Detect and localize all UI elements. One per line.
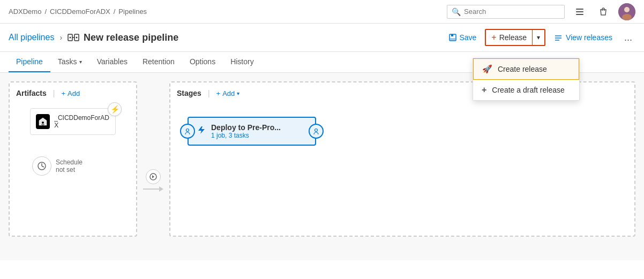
list-icon-btn[interactable] [571,3,588,20]
plus-draft-icon: + [482,85,486,95]
ellipsis-icon: ... [624,32,632,43]
view-releases-label: View releases [566,33,612,42]
schedule-icon[interactable] [32,156,51,176]
create-draft-item[interactable]: + Create a draft release [473,80,579,100]
breadcrumb-sep2: / [114,7,116,16]
stage-post-trigger-button[interactable] [309,124,324,139]
artifacts-add-button[interactable]: + Add [61,89,80,97]
tab-history[interactable]: History [223,52,261,72]
top-bar-right: 🔍 [447,3,635,20]
search-input[interactable] [464,7,560,16]
top-bar: ADXDemo / CICDDemoForADX / Pipelines 🔍 [0,0,644,24]
breadcrumb-project[interactable]: CICDDemoForADX [50,7,110,16]
add-icon: + [61,89,65,97]
tab-pipeline[interactable]: Pipeline [9,52,50,72]
svg-point-22 [186,129,189,132]
tab-variables[interactable]: Variables [89,52,135,72]
release-button-main[interactable]: + Release [486,30,533,45]
svg-point-9 [70,37,71,39]
chevron-right-icon: › [59,33,62,42]
chevron-down-icon: ▾ [537,34,540,41]
artifact-trigger-button[interactable]: ⚡ [108,102,122,116]
svg-point-5 [622,14,632,20]
save-button[interactable]: Save [444,31,481,44]
schedule-area: Schedule not set [16,156,130,176]
release-dropdown-button[interactable]: ▾ [533,31,544,44]
pipeline-canvas: Artifacts | + Add ⚡ [9,81,635,237]
svg-rect-0 [576,9,583,10]
schedule-label: Schedule [56,159,83,166]
connector [137,124,169,237]
shopping-bag-icon-btn[interactable] [595,3,612,20]
stage-card[interactable]: Deploy to Pre-Pro... 1 job, 3 tasks [188,117,316,146]
artifact-name: _CICDDemoForADX [54,114,110,129]
add-stages-icon: + [216,89,221,97]
schedule-text: Schedule not set [56,159,83,174]
search-icon: 🔍 [452,7,461,16]
schedule-value: not set [56,166,83,174]
lightning-icon: ⚡ [110,105,119,114]
view-releases-button[interactable]: View releases [550,31,617,44]
release-button-wrapper[interactable]: + Release ▾ [485,29,545,46]
tab-options[interactable]: Options [182,52,223,72]
pipeline-title: New release pipeline [84,32,178,43]
save-label: Save [459,33,476,42]
add-stages-label: Add [222,89,235,97]
create-release-item[interactable]: 🚀 Create release [473,58,579,80]
main-canvas: Artifacts | + Add ⚡ [0,73,644,260]
all-pipelines-link[interactable]: All pipelines [9,33,54,42]
svg-line-20 [42,166,44,167]
rocket-icon: 🚀 [482,64,492,74]
svg-point-10 [76,37,78,39]
plus-icon: + [491,33,496,42]
sub-header: All pipelines › New release pipeline Sav… [0,24,644,52]
artifact-card-header: _CICDDemoForADX [36,114,110,129]
svg-rect-2 [576,14,583,15]
more-options-button[interactable]: ... [621,30,635,46]
svg-rect-12 [451,34,453,36]
create-draft-label: Create a draft release [492,86,564,94]
stage-name: Deploy to Pre-Pro... [211,123,308,132]
svg-rect-13 [450,38,455,40]
breadcrumb: ADXDemo / CICDDemoForADX / Pipelines [9,7,447,16]
svg-point-23 [315,129,318,132]
breadcrumb-page[interactable]: Pipelines [118,7,147,16]
release-dropdown-menu: 🚀 Create release + Create a draft releas… [473,58,580,101]
stage-info: Deploy to Pre-Pro... 1 job, 3 tasks [211,123,308,139]
tasks-chevron-icon: ▾ [79,59,82,65]
pipeline-icon [68,32,79,43]
breadcrumb-org[interactable]: ADXDemo [9,7,41,16]
svg-point-17 [42,122,44,124]
artifacts-box: Artifacts | + Add ⚡ [9,81,137,237]
stages-label: Stages [177,89,201,97]
stages-box: Stages | + Add ▾ [169,81,635,237]
tab-tasks[interactable]: Tasks ▾ [50,52,89,72]
stage-lightning-icon [196,125,206,138]
add-label: Add [68,89,80,97]
artifact-card[interactable]: ⚡ _CICDDemoForADX [30,108,116,135]
stages-add-button[interactable]: + Add ▾ [216,89,240,97]
pipeline-title-area: All pipelines › New release pipeline [9,32,438,43]
artifacts-label: Artifacts [16,89,47,97]
release-label: Release [499,33,527,42]
stage-pre-trigger-button[interactable] [180,124,195,139]
stages-chevron-icon: ▾ [237,91,239,96]
artifact-type-icon [36,114,50,129]
tab-retention[interactable]: Retention [135,52,182,72]
avatar[interactable] [618,3,635,20]
artifacts-header: Artifacts | + Add [16,89,130,97]
breadcrumb-sep1: / [44,7,47,16]
stage-meta: 1 job, 3 tasks [211,132,308,139]
sub-header-actions: Save + Release ▾ View releases ... [444,29,635,46]
search-box[interactable]: 🔍 [447,5,565,19]
svg-rect-1 [576,11,583,12]
connector-trigger-button[interactable] [146,169,161,184]
svg-point-4 [624,7,630,12]
create-release-label: Create release [498,65,547,73]
